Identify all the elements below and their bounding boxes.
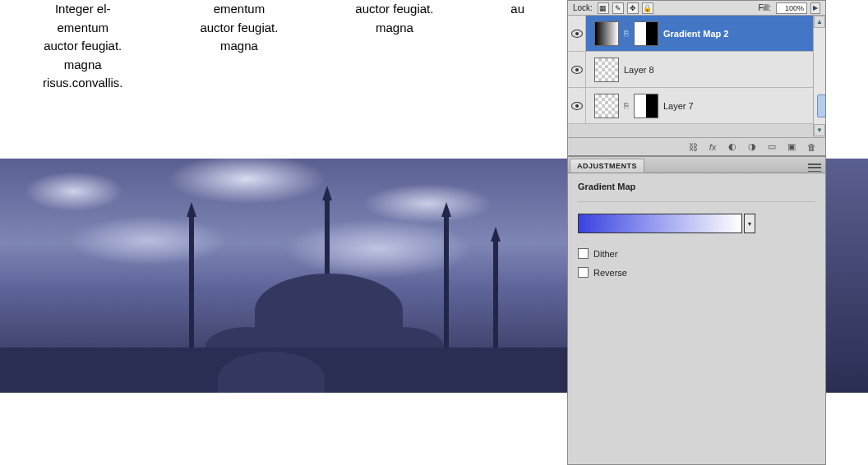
- reverse-option[interactable]: Reverse: [578, 267, 815, 278]
- layer-thumbnail[interactable]: [594, 21, 619, 46]
- layer-name[interactable]: Layer 8: [624, 65, 654, 75]
- lock-all-button[interactable]: 🔒: [642, 2, 653, 14]
- layer-mask-icon[interactable]: ◐: [727, 141, 738, 153]
- fill-label: Fill:: [758, 3, 771, 12]
- layer-visibility-toggle[interactable]: [568, 52, 586, 87]
- tab-adjustments[interactable]: ADJUSTMENTS: [570, 159, 644, 173]
- panel-collapse-tab[interactable]: [817, 94, 826, 117]
- layer-row-layer-8[interactable]: Layer 8: [568, 52, 825, 88]
- lock-position-button[interactable]: ✥: [627, 2, 639, 14]
- reverse-label: Reverse: [593, 268, 627, 278]
- layer-row-layer-7[interactable]: ⎘ Layer 7: [568, 88, 825, 124]
- scroll-down-icon[interactable]: ▼: [814, 124, 825, 136]
- adjustment-layer-icon[interactable]: ◑: [746, 141, 758, 153]
- text-col-4: au: [510, 0, 524, 93]
- fill-value-input[interactable]: 100%: [776, 2, 807, 14]
- layers-footer: ⛓ fx ◐ ◑ ▭ ▣ 🗑: [568, 137, 825, 155]
- text-col-1: Integer el- ementum auctor feugiat. magn…: [43, 0, 123, 93]
- gradient-dropdown-icon[interactable]: ▼: [744, 214, 755, 233]
- layer-fx-icon[interactable]: fx: [707, 141, 718, 153]
- text-col-3: auctor feugiat. magna: [355, 0, 433, 93]
- text-col-2: ementum auctor feugiat. magna: [200, 0, 278, 93]
- delete-layer-icon[interactable]: 🗑: [806, 141, 817, 153]
- adjustments-panel: ADJUSTMENTS Gradient Map ▼ Dither Revers…: [567, 156, 826, 465]
- adjustment-title: Gradient Map: [578, 182, 815, 191]
- layers-list: ⎘ Gradient Map 2 Layer 8 ⎘ Layer 7 ▲ ▼: [568, 16, 825, 136]
- eye-icon: [571, 66, 583, 74]
- document-canvas[interactable]: Integer el- ementum auctor feugiat. magn…: [0, 0, 567, 465]
- layer-visibility-toggle[interactable]: [568, 88, 586, 123]
- link-icon: ⎘: [624, 101, 629, 110]
- dither-checkbox[interactable]: [578, 248, 589, 259]
- layers-lock-bar: Lock: ▦ ✎ ✥ 🔒 Fill: 100% ▶: [568, 1, 825, 16]
- layer-row-gradient-map-2[interactable]: ⎘ Gradient Map 2: [568, 16, 825, 52]
- layer-thumbnail[interactable]: [594, 58, 619, 82]
- reverse-checkbox[interactable]: [578, 267, 589, 278]
- layer-name[interactable]: Gradient Map 2: [663, 29, 728, 39]
- layer-visibility-toggle[interactable]: [568, 16, 586, 51]
- link-layers-icon[interactable]: ⛓: [687, 141, 699, 153]
- new-layer-icon[interactable]: ▣: [786, 141, 797, 153]
- scroll-up-icon[interactable]: ▲: [814, 16, 825, 28]
- canvas-image[interactable]: [0, 159, 567, 393]
- canvas-image-overflow: [826, 159, 868, 393]
- eye-icon: [571, 30, 583, 38]
- new-group-icon[interactable]: ▭: [766, 141, 778, 153]
- layer-name[interactable]: Layer 7: [663, 101, 694, 111]
- adjustments-tabs: ADJUSTMENTS: [568, 157, 825, 173]
- lock-label: Lock:: [573, 3, 593, 12]
- gradient-preview[interactable]: [578, 214, 742, 233]
- dither-label: Dither: [593, 249, 617, 259]
- layer-mask-thumbnail[interactable]: [634, 94, 658, 118]
- divider: [578, 201, 815, 202]
- dither-option[interactable]: Dither: [578, 248, 815, 259]
- text-columns: Integer el- ementum auctor feugiat. magn…: [0, 0, 567, 93]
- layer-thumbnail[interactable]: [594, 94, 619, 118]
- lock-transparency-button[interactable]: ▦: [598, 2, 609, 14]
- lock-paint-button[interactable]: ✎: [612, 2, 624, 14]
- layers-panel: Lock: ▦ ✎ ✥ 🔒 Fill: 100% ▶ ⎘ Gradient Ma…: [567, 0, 826, 156]
- panel-menu-icon[interactable]: [807, 163, 822, 173]
- link-icon: ⎘: [624, 29, 629, 38]
- fill-dropdown-icon[interactable]: ▶: [810, 2, 820, 14]
- eye-icon: [571, 102, 583, 110]
- layers-scrollbar[interactable]: ▲ ▼: [813, 16, 825, 136]
- layer-mask-thumbnail[interactable]: [634, 21, 658, 46]
